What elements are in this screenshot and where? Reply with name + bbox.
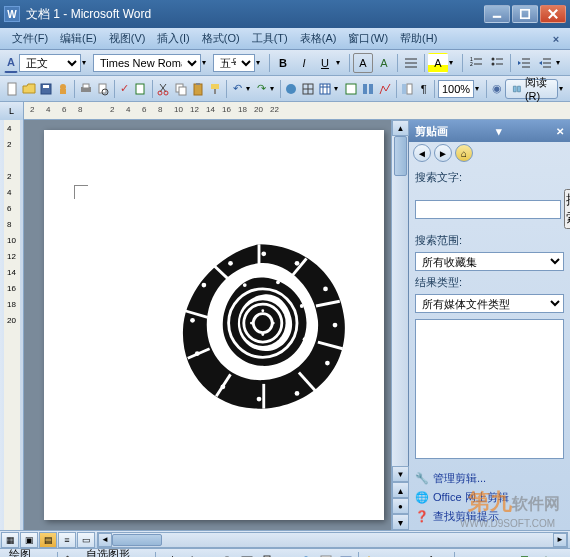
select-objects-button[interactable] bbox=[61, 551, 80, 558]
menu-help[interactable]: 帮助(H) bbox=[394, 29, 443, 48]
menu-view[interactable]: 视图(V) bbox=[103, 29, 152, 48]
font-select[interactable]: Times New Roman bbox=[93, 54, 201, 72]
increase-indent-button[interactable] bbox=[535, 53, 555, 73]
search-button[interactable]: 搜索 bbox=[564, 189, 570, 229]
rectangle-tool-button[interactable] bbox=[198, 551, 217, 558]
columns-button[interactable] bbox=[360, 79, 376, 99]
search-scope-select[interactable]: 所有收藏集 bbox=[415, 252, 564, 271]
line-color-button[interactable] bbox=[392, 551, 411, 558]
research-button[interactable] bbox=[133, 79, 149, 99]
menu-file[interactable]: 文件(F) bbox=[6, 29, 54, 48]
diagram-button[interactable] bbox=[297, 551, 316, 558]
normal-view-button[interactable]: ▦ bbox=[1, 532, 19, 548]
text-effect-a2-button[interactable]: A bbox=[374, 53, 394, 73]
line-style-button[interactable] bbox=[458, 551, 477, 558]
oval-tool-button[interactable] bbox=[218, 551, 237, 558]
undo-button[interactable]: ↶ bbox=[230, 79, 245, 99]
drawing-toggle-button[interactable] bbox=[377, 79, 393, 99]
save-button[interactable] bbox=[38, 79, 54, 99]
insert-picture-button[interactable] bbox=[336, 551, 355, 558]
italic-button[interactable]: I bbox=[294, 53, 314, 73]
spelling-button[interactable]: ✓ bbox=[117, 79, 132, 99]
wordart-button[interactable]: A bbox=[277, 551, 296, 558]
browse-object-button[interactable]: ● bbox=[392, 498, 409, 514]
show-marks-button[interactable]: ¶ bbox=[416, 79, 431, 99]
ruler-h-strip[interactable]: 2 4 6 8 2 4 6 8 10 12 14 16 18 20 22 bbox=[24, 102, 570, 119]
style-dropdown-icon[interactable]: ▾ bbox=[82, 58, 92, 67]
horizontal-scrollbar[interactable]: ◄ ► bbox=[97, 532, 568, 548]
print-layout-view-button[interactable]: ▤ bbox=[39, 532, 57, 548]
highlight-button[interactable]: A bbox=[428, 53, 448, 73]
style-marker-icon[interactable]: A bbox=[4, 53, 18, 73]
search-text-input[interactable] bbox=[415, 200, 561, 219]
print-preview-button[interactable] bbox=[95, 79, 111, 99]
outline-view-button[interactable]: ≡ bbox=[58, 532, 76, 548]
clipart-shell-image[interactable] bbox=[164, 230, 354, 420]
prev-page-button[interactable]: ▴ bbox=[392, 482, 409, 498]
maximize-button[interactable] bbox=[512, 5, 538, 23]
numbering-button[interactable]: 12 bbox=[466, 53, 486, 73]
taskpane-home-button[interactable]: ⌂ bbox=[455, 144, 473, 162]
redo-dropdown-icon[interactable]: ▾ bbox=[270, 84, 277, 93]
scroll-thumb-h[interactable] bbox=[112, 534, 162, 546]
results-box[interactable] bbox=[415, 319, 564, 459]
reading-view-button[interactable]: ▭ bbox=[77, 532, 95, 548]
menu-edit[interactable]: 编辑(E) bbox=[54, 29, 103, 48]
menu-format[interactable]: 格式(O) bbox=[196, 29, 246, 48]
hyperlink-button[interactable] bbox=[283, 79, 299, 99]
document-page[interactable] bbox=[44, 130, 384, 520]
scroll-right-button[interactable]: ► bbox=[553, 533, 567, 547]
decrease-indent-button[interactable] bbox=[514, 53, 534, 73]
text-effect-a-button[interactable]: A bbox=[353, 53, 373, 73]
style-select[interactable]: 正文 bbox=[19, 54, 81, 72]
draw-menu-button[interactable]: 绘图(D) ▾ bbox=[4, 551, 54, 558]
menu-tools[interactable]: 工具(T) bbox=[246, 29, 294, 48]
next-page-button[interactable]: ▾ bbox=[392, 514, 409, 530]
manage-clips-link[interactable]: 🔧管理剪辑... bbox=[415, 469, 564, 488]
toolbar-overflow-icon[interactable]: ▾ bbox=[556, 58, 566, 67]
taskpane-close-button[interactable]: ✕ bbox=[556, 126, 564, 137]
vertical-textbox-button[interactable] bbox=[257, 551, 276, 558]
taskpane-forward-button[interactable]: ► bbox=[434, 144, 452, 162]
help-icon[interactable]: × bbox=[548, 33, 564, 45]
bold-button[interactable]: B bbox=[273, 53, 293, 73]
distributed-align-button[interactable] bbox=[401, 53, 421, 73]
menu-window[interactable]: 窗口(W) bbox=[342, 29, 394, 48]
redo-button[interactable]: ↷ bbox=[254, 79, 269, 99]
font-color-button[interactable]: A bbox=[422, 551, 441, 558]
clipart-button[interactable] bbox=[316, 551, 335, 558]
scroll-thumb-v[interactable] bbox=[394, 136, 407, 176]
3d-style-button[interactable] bbox=[537, 551, 556, 558]
minimize-button[interactable] bbox=[484, 5, 510, 23]
permissions-button[interactable] bbox=[55, 79, 71, 99]
copy-button[interactable] bbox=[173, 79, 189, 99]
format-painter-button[interactable] bbox=[207, 79, 223, 99]
line-tool-button[interactable] bbox=[159, 551, 178, 558]
result-type-select[interactable]: 所有媒体文件类型 bbox=[415, 294, 564, 313]
menu-table[interactable]: 表格(A) bbox=[294, 29, 343, 48]
print-button[interactable] bbox=[78, 79, 94, 99]
taskpane-back-button[interactable]: ◄ bbox=[413, 144, 431, 162]
arrow-style-button[interactable] bbox=[497, 551, 516, 558]
size-dropdown-icon[interactable]: ▾ bbox=[256, 58, 266, 67]
scroll-left-button[interactable]: ◄ bbox=[98, 533, 112, 547]
cut-button[interactable] bbox=[156, 79, 172, 99]
vertical-scrollbar[interactable]: ▲ ▼ ▴ ● ▾ bbox=[391, 120, 408, 530]
dash-style-button[interactable] bbox=[478, 551, 497, 558]
doc-map-button[interactable] bbox=[399, 79, 415, 99]
new-doc-button[interactable] bbox=[4, 79, 20, 99]
office-online-link[interactable]: 🌐Office 网上剪辑 bbox=[415, 488, 564, 507]
read-mode-button[interactable]: 阅读(R) bbox=[505, 79, 558, 99]
help-button[interactable]: ◉ bbox=[489, 79, 504, 99]
highlight-dropdown-icon[interactable]: ▾ bbox=[449, 58, 459, 67]
open-button[interactable] bbox=[21, 79, 37, 99]
arrow-tool-button[interactable] bbox=[178, 551, 197, 558]
tables-borders-button[interactable] bbox=[300, 79, 316, 99]
autoshapes-button[interactable]: 自选图形(U) ▾ bbox=[81, 551, 152, 558]
web-view-button[interactable]: ▣ bbox=[20, 532, 38, 548]
scroll-up-button[interactable]: ▲ bbox=[392, 120, 409, 136]
find-tipsimediately-link[interactable]: ❓查找剪辑提示 bbox=[415, 507, 564, 526]
size-select[interactable]: 五号 bbox=[213, 54, 255, 72]
underline-dropdown-icon[interactable]: ▾ bbox=[336, 58, 346, 67]
close-button[interactable] bbox=[540, 5, 566, 23]
